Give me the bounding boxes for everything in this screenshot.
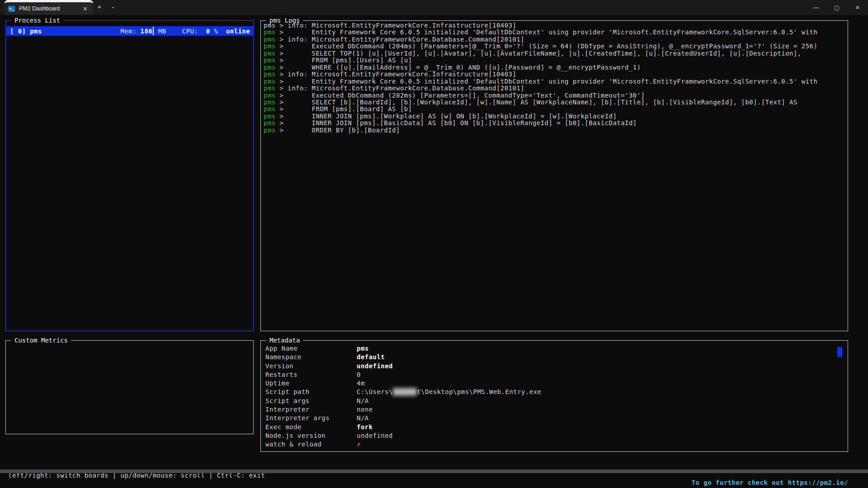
- close-button[interactable]: ✕: [847, 0, 868, 15]
- metadata-value: none: [357, 405, 373, 414]
- log-text: > Entity Framework Core 6.0.5 initialize…: [276, 28, 818, 36]
- log-line: pms > ORDER BY [b].[BoardId]: [264, 127, 846, 134]
- log-prefix: pms: [264, 28, 276, 36]
- log-line: pms > WHERE ([u].[EmailAddress] = @__Tri…: [264, 64, 846, 71]
- log-text: > info: Microsoft.EntityFrameworkCore.In…: [276, 70, 517, 78]
- log-line: pms > INNER JOIN [pms].[BasicData] AS [b…: [264, 120, 846, 127]
- log-prefix: pms: [264, 50, 276, 57]
- process-list-panel[interactable]: Process List [ 0] pms Mem: 186 MB CPU: 0…: [5, 20, 254, 331]
- log-prefix: pms: [264, 22, 276, 29]
- log-prefix: pms: [264, 127, 276, 134]
- metadata-label: Script path: [265, 388, 357, 396]
- metadata-value: C:\Users\██████t\Desktop\pms\PMS.Web.Ent…: [357, 388, 541, 396]
- metadata-panel[interactable]: Metadata App NamepmsNamespacedefaultVers…: [260, 340, 848, 452]
- log-text: > WHERE ([u].[EmailAddress] = @__Trim_0)…: [276, 64, 641, 71]
- process-row-selected[interactable]: [ 0] pms Mem: 186 MB CPU: 0 % online: [6, 26, 253, 36]
- terminal-tab[interactable]: >_ PM2 Dashboard ✕: [5, 0, 93, 15]
- log-prefix: pms: [264, 78, 276, 85]
- metadata-label: Uptime: [265, 379, 357, 388]
- metadata-label: watch & reload: [265, 440, 357, 449]
- log-text: > Entity Framework Core 6.0.5 initialize…: [276, 78, 818, 85]
- log-prefix: pms: [264, 105, 276, 113]
- metadata-label: Exec mode: [265, 423, 357, 432]
- log-line: pms > INNER JOIN [pms].[Workplace] AS [w…: [264, 113, 846, 120]
- metadata-label: Restarts: [265, 371, 357, 379]
- metadata-row: watch & reload✗: [265, 440, 845, 449]
- log-line: pms > Entity Framework Core 6.0.5 initia…: [264, 78, 846, 85]
- log-text: > INNER JOIN [pms].[Workplace] AS [w] ON…: [276, 113, 617, 120]
- mem-unit: MB: [154, 28, 166, 35]
- log-line: pms > Entity Framework Core 6.0.5 initia…: [264, 29, 846, 36]
- terminal-screen: Process List [ 0] pms Mem: 186 MB CPU: 0…: [0, 15, 868, 488]
- log-text: > Executed DbCommand (202ms) [Parameters…: [276, 92, 645, 99]
- log-line: pms > info: Microsoft.EntityFrameworkCor…: [264, 71, 846, 78]
- text-cursor: [153, 27, 154, 35]
- mem-value: 186: [141, 28, 153, 35]
- custom-metrics-panel: Custom Metrics: [5, 340, 254, 434]
- log-text: > info: Microsoft.EntityFrameworkCore.Da…: [276, 36, 524, 43]
- metadata-value: 0: [357, 371, 361, 379]
- new-tab-button[interactable]: +: [94, 3, 105, 10]
- log-prefix: pms: [264, 64, 276, 71]
- process-index-and-name: [ 0] pms: [10, 28, 42, 35]
- metadata-row: App Namepms: [265, 344, 845, 353]
- tab-title: PM2 Dashboard: [19, 5, 81, 12]
- metadata-row: Interpreter argsN/A: [265, 414, 845, 422]
- log-line: pms > info: Microsoft.EntityFrameworkCor…: [264, 22, 846, 29]
- metadata-row: Node.js versionundefined: [265, 432, 845, 440]
- metadata-value: fork: [357, 423, 373, 432]
- log-line: pms > SELECT TOP(1) [u].[UserId], [u].[A…: [264, 50, 846, 57]
- metadata-value: undefined: [357, 362, 393, 371]
- tab-bar: >_ PM2 Dashboard ✕ + ⌄ — ▢ ✕: [0, 0, 868, 15]
- metadata-value: default: [357, 353, 385, 361]
- log-prefix: pms: [264, 56, 276, 64]
- pm2-link[interactable]: To go further check out https://pm2.io/: [692, 479, 848, 486]
- minimize-button[interactable]: —: [806, 0, 826, 15]
- metadata-label: Interpreter: [265, 405, 357, 414]
- metadata-value: N/A: [357, 397, 369, 405]
- metadata-label: App Name: [265, 344, 357, 353]
- window-controls: — ▢ ✕: [806, 0, 868, 15]
- log-lines[interactable]: pms > info: Microsoft.EntityFrameworkCor…: [264, 22, 846, 330]
- metadata-label: Version: [265, 362, 357, 371]
- scrollbar-thumb[interactable]: [837, 347, 842, 357]
- metadata-value: pms: [357, 344, 369, 353]
- custom-metrics-title: Custom Metrics: [11, 337, 71, 344]
- metadata-row: Versionundefined: [265, 362, 845, 371]
- log-prefix: pms: [264, 84, 276, 92]
- metadata-row: Exec modefork: [265, 423, 845, 432]
- tab-close-icon[interactable]: ✕: [81, 5, 90, 12]
- metadata-value: 4m: [357, 379, 365, 388]
- metadata-row: Namespacedefault: [265, 353, 845, 361]
- process-list-title: Process List: [11, 17, 63, 24]
- log-line: pms > Executed DbCommand (202ms) [Parame…: [264, 92, 846, 99]
- metadata-label: Node.js version: [265, 432, 357, 440]
- logs-panel[interactable]: pms Logs pms > info: Microsoft.EntityFra…: [260, 20, 848, 331]
- log-prefix: pms: [264, 99, 276, 106]
- cpu-label: CPU:: [166, 28, 206, 35]
- metadata-title: Metadata: [266, 337, 303, 344]
- metadata-row: Restarts0: [265, 371, 845, 379]
- log-prefix: pms: [264, 119, 276, 127]
- log-text: > info: Microsoft.EntityFrameworkCore.In…: [276, 22, 517, 29]
- metadata-label: Script args: [265, 397, 357, 405]
- metadata-value: N/A: [357, 414, 369, 422]
- status-badge: online: [218, 28, 250, 35]
- log-line: pms > Executed DbCommand (204ms) [Parame…: [264, 43, 846, 50]
- log-line: pms > FROM [pms].[Users] AS [u]: [264, 57, 846, 64]
- powershell-icon: >_: [8, 6, 15, 12]
- metadata-label: Namespace: [265, 353, 357, 361]
- window-bottom-edge: [0, 469, 868, 473]
- tab-dropdown-button[interactable]: ⌄: [108, 4, 118, 9]
- log-text: > Executed DbCommand (204ms) [Parameters…: [276, 42, 818, 50]
- redacted-username: ██████: [393, 388, 417, 395]
- maximize-button[interactable]: ▢: [826, 0, 847, 15]
- log-line: pms > FROM [pms].[Board] AS [b]: [264, 106, 846, 113]
- log-text: > INNER JOIN [pms].[BasicData] AS [b0] O…: [276, 119, 637, 127]
- cpu-unit: %: [210, 28, 218, 35]
- log-prefix: pms: [264, 92, 276, 99]
- metadata-value: undefined: [357, 432, 393, 440]
- log-text: > FROM [pms].[Board] AS [b]: [276, 105, 412, 113]
- metadata-rows: App NamepmsNamespacedefaultVersionundefi…: [265, 344, 845, 450]
- log-prefix: pms: [264, 36, 276, 43]
